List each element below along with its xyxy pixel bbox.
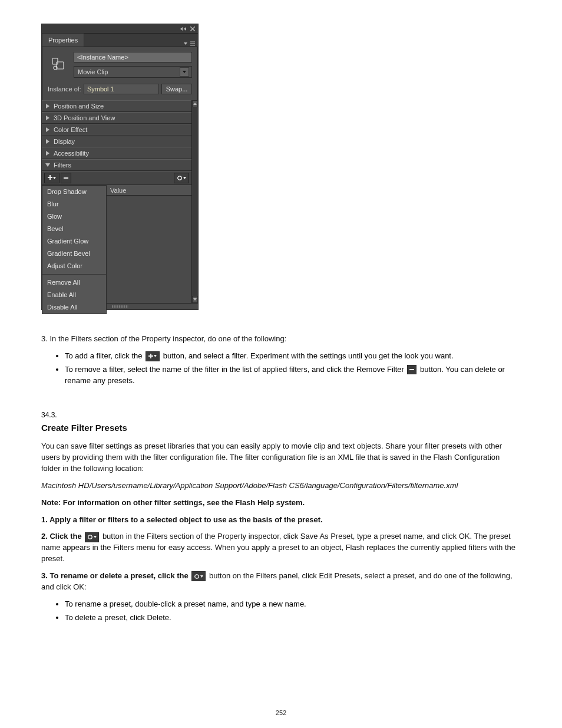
section-3d-position[interactable]: 3D Position and View <box>42 112 191 124</box>
section-number: 34.3. <box>41 411 521 419</box>
chevron-down-icon <box>180 67 189 77</box>
menu-item-drop-shadow[interactable]: Drop Shadow <box>42 186 106 198</box>
filter-presets-button[interactable] <box>174 173 189 183</box>
panel-tab-menu[interactable] <box>183 41 198 47</box>
menu-item-disable-all[interactable]: Disable All <box>42 301 106 314</box>
menu-item-blur[interactable]: Blur <box>42 198 106 210</box>
sub-bullet-delete: To delete a preset, click Delete. <box>65 612 521 624</box>
remove-filter-icon <box>407 365 416 374</box>
add-filter-icon <box>146 351 160 361</box>
instance-of-label: Instance of: <box>48 85 81 93</box>
step-3: 3. To rename or delete a preset, click t… <box>41 571 521 593</box>
add-filter-menu: Drop Shadow Blur Glow Bevel Gradient Glo… <box>42 185 107 314</box>
step-2: 2. Click the button in the Filters secti… <box>41 531 521 565</box>
twisty-down-icon <box>45 163 50 167</box>
grip-icon <box>112 305 128 308</box>
panel-header: <Instance Name> Movie Clip <box>42 47 198 81</box>
presets-gear-icon <box>191 571 206 581</box>
section-label: Filters <box>54 162 71 169</box>
menu-separator <box>42 274 106 275</box>
section-heading: Create Filter Presets <box>41 423 521 433</box>
filters-body: Value Drop Shadow Blur Glow Bevel Gradie… <box>42 185 191 303</box>
para-path: Macintosh HD/Users/username/Library/Appl… <box>41 480 521 492</box>
panel-titlebar <box>42 24 198 34</box>
instance-of-value: Symbol 1 <box>84 84 159 94</box>
menu-item-adjust-color[interactable]: Adjust Color <box>42 260 106 272</box>
add-filter-button[interactable] <box>44 173 59 183</box>
section-display[interactable]: Display <box>42 136 191 147</box>
scroll-up-icon[interactable] <box>192 100 198 107</box>
sub-bullet-rename: To rename a preset, double-click a prese… <box>65 599 521 610</box>
section-accessibility[interactable]: Accessibility <box>42 147 191 159</box>
bullet-add-filter: To add a filter, click the button, and s… <box>65 351 521 362</box>
symbol-type-dropdown[interactable]: Movie Clip <box>74 66 192 78</box>
section-position-size[interactable]: Position and Size <box>42 100 191 112</box>
instance-of-row: Instance of: Symbol 1 Swap... <box>42 81 198 100</box>
properties-tab-label: Properties <box>48 37 78 44</box>
step-3-lead: 3. In the Filters section of the Propert… <box>41 334 521 345</box>
page-number: 252 <box>0 709 562 716</box>
twisty-right-icon <box>45 151 50 156</box>
section-label: Display <box>54 138 75 145</box>
step-1: 1. Apply a filter or filters to a select… <box>41 515 521 526</box>
para-note: Note: For information on other filter se… <box>41 498 521 509</box>
document-body: 3. In the Filters section of the Propert… <box>41 334 521 623</box>
menu-item-glow[interactable]: Glow <box>42 210 106 223</box>
swap-button[interactable]: Swap... <box>161 84 192 94</box>
section-label: 3D Position and View <box>54 114 115 121</box>
section-label: Position and Size <box>54 103 104 110</box>
bullet-remove-filter: To remove a filter, select the name of t… <box>65 364 521 387</box>
close-icon[interactable] <box>190 26 196 32</box>
section-label: Accessibility <box>54 150 89 157</box>
para-intro: You can save filter settings as preset l… <box>41 441 521 475</box>
twisty-right-icon <box>45 139 50 144</box>
chevron-down-icon <box>183 41 189 47</box>
svg-rect-0 <box>52 58 58 64</box>
twisty-right-icon <box>45 104 50 108</box>
section-color-effect[interactable]: Color Effect <box>42 124 191 136</box>
collapse-icon[interactable] <box>180 26 186 32</box>
instance-name-input[interactable]: <Instance Name> <box>74 52 192 62</box>
menu-item-gradient-glow[interactable]: Gradient Glow <box>42 235 106 248</box>
presets-gear-icon <box>85 532 99 542</box>
twisty-right-icon <box>45 116 50 120</box>
menu-item-enable-all[interactable]: Enable All <box>42 289 106 301</box>
movie-clip-icon <box>48 53 69 74</box>
twisty-right-icon <box>45 127 50 132</box>
properties-panel: Properties <Instanc <box>41 24 199 310</box>
section-label: Color Effect <box>54 126 87 133</box>
remove-filter-button[interactable] <box>61 173 71 183</box>
menu-item-remove-all[interactable]: Remove All <box>42 276 106 289</box>
scroll-down-icon[interactable] <box>192 296 198 303</box>
menu-item-gradient-bevel[interactable]: Gradient Bevel <box>42 248 106 260</box>
panel-tabbar: Properties <box>42 34 198 47</box>
menu-item-bevel[interactable]: Bevel <box>42 223 106 235</box>
value-column-header: Value <box>107 185 191 196</box>
sections-area: Position and Size 3D Position and View C… <box>42 100 198 303</box>
symbol-type-value: Movie Clip <box>78 68 108 75</box>
panel-scrollbar[interactable] <box>191 100 198 303</box>
properties-tab[interactable]: Properties <box>42 33 84 47</box>
filters-toolbar <box>42 171 191 185</box>
section-filters[interactable]: Filters <box>42 159 191 171</box>
menu-icon <box>190 41 196 47</box>
